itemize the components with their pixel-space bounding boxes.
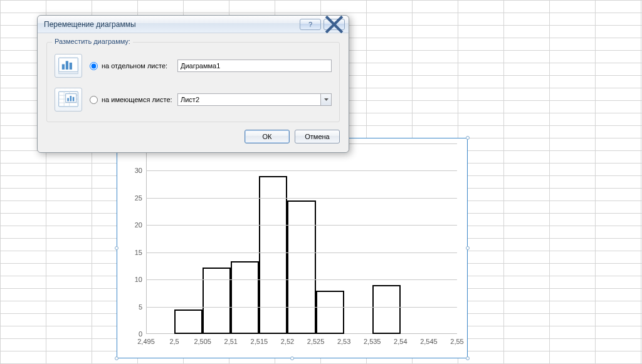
- svg-rect-2: [66, 61, 68, 70]
- dialog-titlebar[interactable]: Перемещение диаграммы ?: [38, 16, 349, 33]
- bar: [316, 291, 344, 334]
- bar: [174, 309, 203, 334]
- radio-existing-sheet[interactable]: [90, 96, 98, 104]
- cancel-button[interactable]: Отмена: [295, 130, 340, 143]
- new-sheet-icon: [55, 54, 82, 78]
- option-existing-sheet-label: на имеющемся листе:: [102, 96, 172, 103]
- dialog-title: Перемещение диаграммы: [44, 20, 297, 29]
- y-tick: 20: [135, 221, 142, 229]
- y-tick: 15: [135, 249, 142, 256]
- x-tick: 2,545: [420, 338, 438, 345]
- radio-new-sheet[interactable]: [90, 62, 98, 70]
- x-tick: 2,5: [169, 338, 179, 345]
- existing-sheet-value: Лист2: [178, 96, 320, 103]
- bar: [287, 200, 315, 334]
- x-tick: 2,55: [450, 338, 463, 345]
- option-existing-sheet[interactable]: на имеющемся листе:: [90, 96, 177, 104]
- x-tick: 2,54: [394, 338, 407, 345]
- x-tick: 2,495: [137, 338, 155, 345]
- chart-object[interactable]: 051015202530352,4952,52,5052,512,5152,52…: [117, 138, 468, 358]
- new-sheet-name-input[interactable]: [177, 60, 332, 72]
- y-tick: 5: [139, 303, 142, 311]
- x-tick: 2,515: [251, 338, 268, 345]
- close-button[interactable]: [324, 19, 345, 30]
- svg-rect-4: [59, 71, 78, 73]
- y-tick: 25: [135, 194, 142, 202]
- move-chart-dialog: Перемещение диаграммы ? Разместить диагр…: [37, 15, 349, 153]
- y-tick: 0: [139, 330, 142, 338]
- chevron-down-icon[interactable]: [320, 94, 331, 105]
- x-tick: 2,535: [364, 338, 381, 345]
- x-tick: 2,525: [307, 338, 325, 345]
- y-tick: 30: [135, 167, 142, 174]
- bar: [259, 176, 287, 334]
- x-tick: 2,51: [224, 338, 238, 345]
- x-tick: 2,52: [281, 338, 294, 345]
- x-tick: 2,505: [194, 338, 211, 345]
- option-new-sheet[interactable]: на отдельном листе:: [90, 62, 177, 70]
- svg-rect-14: [73, 97, 75, 101]
- svg-rect-1: [62, 64, 65, 70]
- bar: [231, 261, 259, 334]
- y-tick: 10: [135, 276, 142, 283]
- bar: [203, 268, 231, 334]
- fieldset-legend: Разместить диаграмму:: [52, 38, 133, 45]
- existing-sheet-combo[interactable]: Лист2: [177, 93, 332, 106]
- ok-button[interactable]: ОК: [245, 130, 290, 143]
- existing-sheet-icon: [55, 88, 82, 112]
- chart-plot-area: 051015202530352,4952,52,5052,512,5152,52…: [146, 143, 457, 334]
- option-new-sheet-label: на отдельном листе:: [102, 62, 167, 70]
- svg-rect-3: [70, 63, 72, 70]
- bar: [372, 285, 401, 334]
- svg-rect-13: [70, 96, 72, 101]
- help-button[interactable]: ?: [300, 19, 321, 30]
- svg-rect-12: [67, 98, 69, 101]
- x-tick: 2,53: [337, 338, 350, 345]
